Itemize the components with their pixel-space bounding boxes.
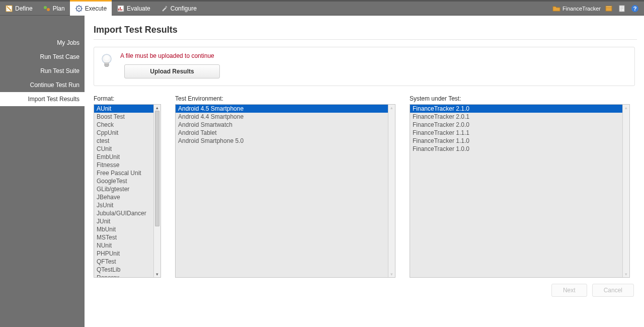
list-item[interactable]: ctest: [94, 137, 153, 145]
lightbulb-icon: [100, 53, 113, 68]
list-item[interactable]: GoogleTest: [94, 177, 153, 185]
list-item[interactable]: NUnit: [94, 241, 153, 250]
sidebar-item-label: My Jobs: [57, 39, 79, 46]
sidebar-item-continue-test-run[interactable]: Continue Test Run: [0, 78, 85, 92]
format-listbox[interactable]: AUnitBoost TestCheckCppUnitctestCUnitEmb…: [94, 104, 161, 278]
list-item[interactable]: GLib/gtester: [94, 185, 153, 193]
scroll-up-icon[interactable]: ▴: [156, 105, 158, 111]
sidebar-item-label: Run Test Case: [40, 53, 80, 60]
execute-icon: [75, 5, 83, 13]
left-sidebar: My Jobs Run Test Case Run Test Suite Con…: [0, 16, 85, 327]
list-item[interactable]: JBehave: [94, 193, 153, 201]
list-item[interactable]: FinanceTracker 1.1.1: [410, 129, 622, 137]
list-item[interactable]: EmbUnit: [94, 153, 153, 161]
stash-icon[interactable]: [604, 4, 614, 14]
scroll-down-icon: ▾: [625, 271, 627, 277]
tab-execute[interactable]: Execute: [70, 0, 112, 16]
next-button[interactable]: Next: [551, 284, 587, 297]
tab-label: Execute: [85, 5, 107, 12]
list-item[interactable]: Android Smartwatch: [176, 121, 388, 129]
tab-label: Plan: [53, 5, 65, 12]
test-environment-label: Test Environment:: [175, 95, 395, 102]
format-label: Format:: [94, 95, 161, 102]
document-icon[interactable]: [617, 4, 627, 14]
list-item[interactable]: CUnit: [94, 145, 153, 153]
svg-text:?: ?: [633, 6, 637, 12]
list-item[interactable]: Android 4.4 Smartphone: [176, 113, 388, 121]
tab-configure[interactable]: Configure: [155, 2, 202, 15]
system-under-test-label: System under Test:: [410, 95, 630, 102]
tab-plan[interactable]: Plan: [38, 2, 70, 15]
list-item[interactable]: Fitnesse: [94, 161, 153, 169]
scroll-up-icon: ▴: [390, 105, 393, 111]
error-message: A file must be uploaded to continue: [120, 52, 220, 59]
tab-label: Define: [15, 5, 33, 12]
svg-point-12: [104, 55, 109, 60]
list-item[interactable]: FinanceTracker 2.1.0: [410, 105, 622, 113]
list-item[interactable]: Check: [94, 121, 153, 129]
list-item[interactable]: CppUnit: [94, 129, 153, 137]
cancel-button[interactable]: Cancel: [592, 284, 634, 297]
list-item[interactable]: Android 4.5 Smartphone: [176, 105, 388, 113]
page-title: Import Test Results: [94, 25, 635, 35]
scroll-down-icon: ▾: [390, 271, 393, 277]
configure-icon: [160, 5, 169, 13]
svg-rect-7: [606, 6, 612, 8]
list-item[interactable]: JUnit: [94, 217, 153, 225]
scrollbar: ▴ ▾: [388, 105, 395, 277]
list-item[interactable]: QFTest: [94, 258, 153, 266]
list-item[interactable]: Android Smartphone 5.0: [176, 137, 388, 145]
tab-evaluate[interactable]: Evaluate: [112, 2, 155, 15]
scrollbar: ▴ ▾: [622, 105, 629, 277]
define-icon: [5, 5, 13, 13]
list-item[interactable]: FinanceTracker 2.0.0: [410, 121, 622, 129]
svg-point-4: [78, 8, 79, 10]
project-selector[interactable]: FinanceTracker: [552, 5, 601, 13]
sidebar-item-label: Continue Test Run: [30, 81, 79, 89]
message-box: A file must be uploaded to continue Uplo…: [94, 47, 635, 86]
list-item[interactable]: Free Pascal Unit: [94, 169, 153, 177]
list-item[interactable]: QTestLib: [94, 266, 153, 274]
list-item[interactable]: PHPUnit: [94, 250, 153, 258]
evaluate-icon: [117, 5, 125, 13]
scroll-up-icon: ▴: [625, 105, 627, 111]
test-environment-listbox[interactable]: Android 4.5 SmartphoneAndroid 4.4 Smartp…: [175, 104, 395, 278]
main-content: Import Test Results A file must be uploa…: [85, 16, 644, 327]
svg-point-2: [47, 8, 50, 11]
list-item[interactable]: FinanceTracker 1.1.0: [410, 137, 622, 145]
svg-rect-14: [105, 64, 109, 66]
list-item[interactable]: Jubula/GUIDancer: [94, 209, 153, 217]
tab-label: Configure: [171, 5, 197, 12]
sidebar-item-label: Run Test Suite: [40, 67, 79, 74]
tab-define[interactable]: Define: [0, 2, 38, 15]
help-icon[interactable]: ?: [630, 4, 640, 14]
folder-icon: [552, 5, 560, 13]
sidebar-item-run-test-case[interactable]: Run Test Case: [0, 50, 85, 64]
plan-icon: [43, 5, 51, 13]
scroll-down-icon[interactable]: ▾: [156, 271, 158, 277]
svg-rect-15: [105, 66, 108, 67]
list-item[interactable]: Boost Test: [94, 113, 153, 121]
tab-label: Evaluate: [127, 5, 150, 12]
list-item[interactable]: FinanceTracker 1.0.0: [410, 145, 622, 153]
sidebar-item-label: Import Test Results: [28, 96, 79, 103]
scrollbar[interactable]: ▴ ▾: [153, 105, 160, 277]
list-item[interactable]: AUnit: [94, 105, 153, 113]
list-item[interactable]: MbUnit: [94, 225, 153, 233]
list-item[interactable]: Ranorex: [94, 274, 153, 277]
top-toolbar: Define Plan Execute Evaluate Configure F…: [0, 2, 644, 16]
sidebar-item-import-test-results[interactable]: Import Test Results: [0, 92, 85, 106]
upload-results-button[interactable]: Upload Results: [124, 64, 220, 78]
sidebar-item-run-test-suite[interactable]: Run Test Suite: [0, 64, 85, 78]
project-name: FinanceTracker: [562, 6, 601, 12]
svg-point-1: [44, 6, 47, 9]
system-under-test-listbox[interactable]: FinanceTracker 2.1.0FinanceTracker 2.0.1…: [410, 104, 630, 278]
list-item[interactable]: MSTest: [94, 233, 153, 241]
list-item[interactable]: JsUnit: [94, 201, 153, 209]
list-item[interactable]: Android Tablet: [176, 129, 388, 137]
list-item[interactable]: FinanceTracker 2.0.1: [410, 113, 622, 121]
sidebar-item-my-jobs[interactable]: My Jobs: [0, 36, 85, 50]
